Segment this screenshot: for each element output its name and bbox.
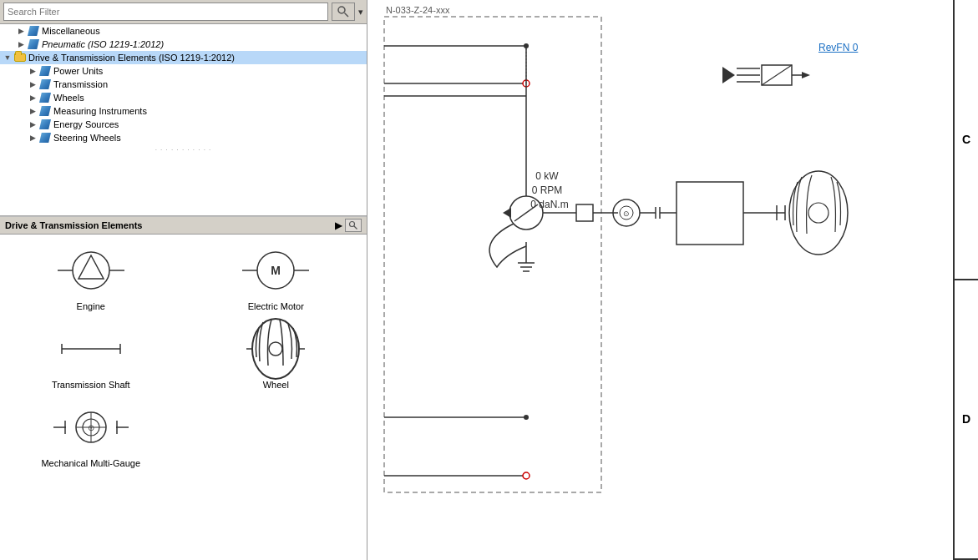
cube-icon [38,105,52,117]
tree-label: Transmission [53,79,108,89]
svg-text:0 kW: 0 kW [535,170,559,182]
bottom-panel-header[interactable]: Drive & Transmission Elements ▶ [0,216,367,235]
svg-text:0 daN.m: 0 daN.m [530,199,568,210]
cube-icon [38,119,52,130]
diagram-title: N-033-Z-24-xxx [386,5,450,15]
canvas-area: N-033-Z-24-xxx ⊙ [367,0,953,560]
tree-item-power-units[interactable]: ▶ Power Units [0,64,367,78]
svg-point-63 [524,415,529,420]
cube-icon [27,38,40,50]
right-border: C D [953,0,978,560]
tree-label: Miscellaneous [42,26,100,36]
diagram-svg: N-033-Z-24-xxx ⊙ [367,0,952,560]
component-engine[interactable]: Engine [7,241,175,311]
svg-point-16 [269,342,282,356]
tree-arrow: ▶ [27,92,38,103]
revfn-block [718,58,818,100]
tree-item-energy-sources[interactable]: ▶ Energy Sources [0,118,367,131]
search-extra: ▾ [358,7,363,18]
tree-label: Drive & Transmission Elements (ISO 1219-… [28,53,235,63]
tree-item-drive-transmission[interactable]: ▼ Drive & Transmission Elements (ISO 121… [0,51,367,64]
folder-icon [13,52,27,63]
svg-text:0 RPM: 0 RPM [532,184,563,196]
cube-icon [38,78,52,90]
cube-icon [27,25,40,37]
component-grid: Engine M Electric Motor [0,235,367,560]
component-electric-motor[interactable]: M Electric Motor [192,241,361,311]
tree-label: Steering Wheels [53,133,121,143]
svg-text:M: M [271,264,281,277]
component-mechanical-multi-gauge[interactable]: ⊙ Mechanical Multi-Gauge [7,398,175,468]
svg-rect-49 [676,182,743,245]
bottom-panel-arrow: ▶ [335,220,342,231]
search-icon-small [348,220,358,230]
tree-label: Wheels [53,93,84,103]
bottom-panel-search-button[interactable] [345,219,362,232]
svg-point-4 [73,252,109,289]
border-cell-c: C [955,0,978,280]
component-transmission-shaft[interactable]: Transmission Shaft [7,320,175,390]
wheel-label: Wheel [263,380,289,390]
svg-point-2 [350,222,355,227]
svg-marker-37 [503,208,511,218]
svg-rect-28 [384,17,601,492]
mechanical-multi-gauge-label: Mechanical Multi-Gauge [41,458,140,468]
wheel-symbol [234,320,317,378]
tree-arrow: ▶ [27,132,38,144]
tree-item-miscellaneous[interactable]: ▶ Miscellaneous [0,24,367,38]
tree-label: Pneumatic (ISO 1219-1:2012) [42,39,164,49]
svg-marker-5 [79,255,104,279]
tree-panel: ▶ Miscellaneous ▶ Pneumatic (ISO 1219-1:… [0,24,367,216]
search-icon-button[interactable] [332,3,355,21]
transmission-shaft-label: Transmission Shaft [52,380,130,390]
tree-arrow: ▶ [27,78,38,90]
scrollbar-dots: · · · · · · · · · · · [0,144,367,155]
engine-label: Engine [77,301,105,311]
mechanical-multi-gauge-symbol: ⊙ [49,398,133,457]
tree-arrow: ▶ [27,105,38,117]
tree-item-measuring-instruments[interactable]: ▶ Measuring Instruments [0,104,367,118]
svg-point-54 [808,203,829,223]
tree-label: Power Units [53,66,103,76]
cube-icon [38,92,52,103]
svg-line-73 [762,65,792,85]
electric-motor-label: Electric Motor [248,301,304,311]
tree-label: Measuring Instruments [53,106,147,116]
svg-line-1 [345,13,349,18]
tree-item-transmission[interactable]: ▶ Transmission [0,78,367,91]
electric-motor-symbol: M [234,241,317,300]
tree-arrow: ▶ [15,38,27,50]
revfn-label[interactable]: RevFN 0 [818,42,858,53]
transmission-shaft-symbol [49,320,133,378]
svg-text:⊙: ⊙ [623,209,630,218]
svg-rect-40 [576,204,593,221]
svg-marker-68 [722,67,735,83]
search-icon [337,5,350,18]
tree-label: Energy Sources [53,119,119,129]
border-cell-d: D [955,280,978,561]
cube-icon [38,132,52,144]
tree-item-pneumatic[interactable]: ▶ Pneumatic (ISO 1219-1:2012) [0,38,367,51]
tree-arrow: ▶ [27,65,38,77]
revfn-link[interactable]: RevFN 0 [818,42,858,53]
tree-item-steering-wheels[interactable]: ▶ Steering Wheels [0,131,367,144]
svg-point-0 [338,7,345,13]
svg-point-65 [523,472,530,479]
svg-line-3 [354,226,357,230]
svg-marker-75 [802,72,810,78]
tree-arrow: ▶ [15,25,27,37]
left-panel: ▾ ▶ Miscellaneous ▶ Pneumatic (ISO 1219-… [0,0,367,560]
engine-symbol [49,241,133,300]
search-bar: ▾ [0,0,367,24]
component-wheel[interactable]: Wheel [192,320,361,390]
tree-arrow-open: ▼ [2,52,13,63]
bottom-panel-title: Drive & Transmission Elements [5,220,142,230]
tree-arrow: ▶ [27,119,38,130]
cube-icon [38,65,52,77]
tree-item-wheels[interactable]: ▶ Wheels [0,91,367,104]
search-input[interactable] [3,3,328,21]
svg-text:⊙: ⊙ [88,423,94,432]
svg-point-53 [789,171,848,255]
